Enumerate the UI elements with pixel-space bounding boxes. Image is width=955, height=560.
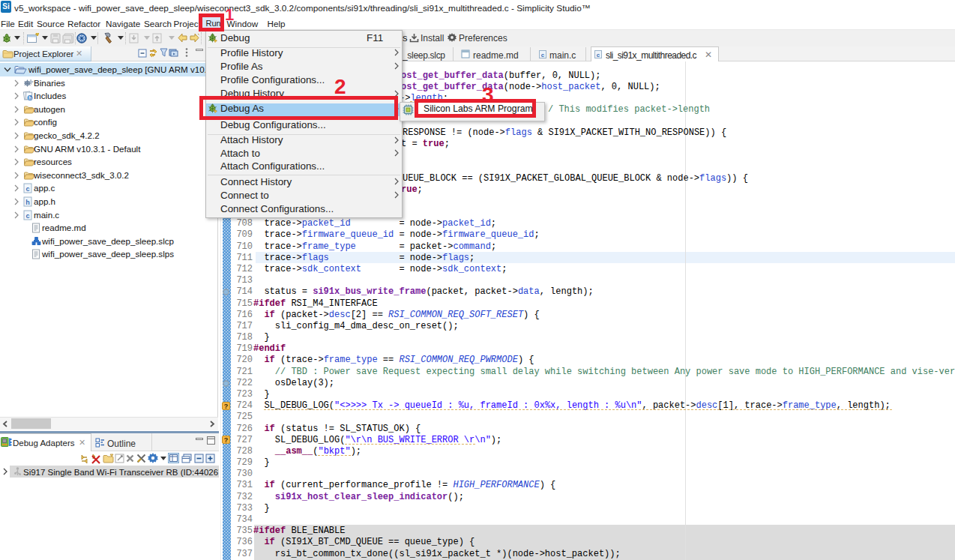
svg-text:c: c	[597, 52, 600, 58]
svg-text:c: c	[541, 52, 545, 58]
